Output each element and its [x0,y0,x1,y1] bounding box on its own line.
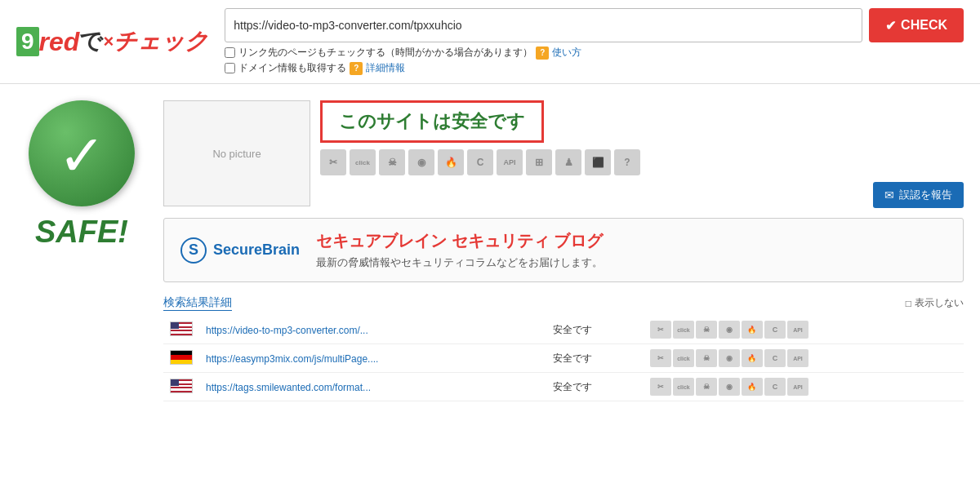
check-button[interactable]: ✔ CHECK [869,8,964,42]
mini-icon-scissors-3: ✂ [650,378,671,396]
mini-icon-click-3: click [673,378,694,396]
option1-help-icon: ? [536,47,549,60]
result-url-2[interactable]: https://easymp3mix.com/js/multiPage.... [206,353,378,365]
search-area: ✔ CHECK リンク先のページもチェックする（時間がかかる場合があります） ?… [225,8,964,75]
report-button[interactable]: ✉ 誤認を報告 [873,182,964,208]
mini-icon-scissors-2: ✂ [650,349,671,367]
flag-de-2 [170,350,193,365]
sec-icon-c: C [467,149,493,175]
sec-icon-question: ? [614,149,640,175]
option2-checkbox[interactable] [225,63,235,73]
sb-s-icon: S [180,237,207,264]
header: 9 red で × チェック ✔ CHECK リンク先のページもチェックする（時… [0,0,980,84]
safe-banner: このサイトは安全です [320,100,544,143]
safe-circle: ✓ [29,100,135,206]
logo-check-jp: チェック [114,26,208,57]
no-picture-text: No picture [212,148,261,160]
options-row: リンク先のページもチェックする（時間がかかる場合があります） ? 使い方 ドメイ… [225,46,964,75]
securebrain-logo: S SecureBrain [180,237,300,264]
mini-icons-1: ✂ click ☠ ◉ 🔥 C API [650,321,957,339]
table-row: https://video-to-mp3-converter.com/... 安… [163,316,964,344]
no-picture-box: No picture [163,100,310,206]
hide-area: □ 表示しない [906,296,964,310]
mini-icon-fire-3: 🔥 [742,378,763,396]
result-status-2: 安全です [553,352,592,364]
results-section: 検索結果詳細 □ 表示しない https://video-to-mp3-conv… [163,295,964,401]
check-icon: ✔ [885,18,896,33]
sec-icon-grid: ⊞ [526,149,552,175]
sec-icon-click: click [350,149,376,175]
mini-icon-skull-3: ☠ [696,378,717,396]
security-icons: ✂ click ☠ ◉ 🔥 C API ⊞ ♟ ⬛ ? [320,149,964,175]
result-status-3: 安全です [553,381,592,392]
option1-link[interactable]: 使い方 [552,46,581,60]
option2-help-icon: ? [350,62,363,75]
mini-icon-click-2: click [673,349,694,367]
left-panel: ✓ SAFE! [16,100,147,401]
flag-us-3 [170,379,193,393]
mini-icons-2: ✂ click ☠ ◉ 🔥 C API [650,349,957,367]
mini-icon-api-2: API [787,349,808,367]
mini-icon-circle-2: ◉ [719,349,740,367]
site-preview-area: No picture このサイトは安全です ✂ click ☠ ◉ 🔥 C AP… [163,100,964,208]
option1-line: リンク先のページもチェックする（時間がかかる場合があります） ? 使い方 [225,46,964,60]
mini-icons-3: ✂ click ☠ ◉ 🔥 C API [650,378,957,396]
mini-icon-circle-3: ◉ [719,378,740,396]
flag-us-1 [170,321,193,336]
url-input[interactable] [225,8,862,42]
option2-text: ドメイン情報も取得する [238,61,346,75]
search-row: ✔ CHECK [225,8,964,42]
check-button-label: CHECK [901,18,947,33]
result-url-3[interactable]: https://tags.smilewanted.com/format... [206,382,371,393]
sec-icon-scissors: ✂ [320,149,346,175]
sb-title: セキュアブレイン セキュリティ ブログ [316,230,603,252]
mini-icon-api-1: API [787,321,808,339]
mini-icon-c-3: C [764,378,786,396]
main-content: ✓ SAFE! No picture このサイトは安全です ✂ click ☠ … [0,84,980,418]
mini-icon-circle-1: ◉ [719,321,740,339]
sec-icon-api: API [497,149,523,175]
report-button-label: 誤認を報告 [899,188,952,202]
mini-icon-fire-1: 🔥 [742,321,763,339]
site-info-area: このサイトは安全です ✂ click ☠ ◉ 🔥 C API ⊞ ♟ ⬛ ? ✉ [320,100,964,208]
email-icon: ✉ [884,188,894,202]
option1-text: リンク先のページもチェックする（時間がかかる場合があります） [238,46,532,60]
sec-icon-skull: ☠ [379,149,405,175]
safe-checkmark-icon: ✓ [58,127,106,184]
mini-icon-scissors-1: ✂ [650,321,671,339]
mini-icon-api-3: API [787,378,808,396]
mini-icon-c-2: C [764,349,786,367]
mini-icon-skull-2: ☠ [696,349,717,367]
mini-icon-fire-2: 🔥 [742,349,763,367]
result-status-1: 安全です [553,324,592,335]
sb-text-area: セキュアブレイン セキュリティ ブログ 最新の脅威情報やセキュリティコラムなどを… [316,230,603,270]
logo-red: red [39,27,80,57]
sec-icon-box: ⬛ [585,149,611,175]
mini-icon-c-1: C [764,321,786,339]
securebrain-banner: S SecureBrain セキュアブレイン セキュリティ ブログ 最新の脅威情… [163,218,964,282]
table-row: https://easymp3mix.com/js/multiPage.... … [163,344,964,373]
option1-checkbox[interactable] [225,47,235,58]
sec-icon-person: ♟ [555,149,581,175]
logo-x: × [103,31,114,52]
results-table: https://video-to-mp3-converter.com/... 安… [163,316,964,401]
logo: 9 red で × チェック [16,26,208,57]
safe-label: SAFE! [35,215,128,250]
right-panel: No picture このサイトは安全です ✂ click ☠ ◉ 🔥 C AP… [163,100,964,401]
option2-line: ドメイン情報も取得する ? 詳細情報 [225,61,964,75]
sb-subtitle: 最新の脅威情報やセキュリティコラムなどをお届けします。 [316,255,603,270]
result-url-1[interactable]: https://video-to-mp3-converter.com/... [206,325,368,336]
logo-9: 9 [16,27,39,56]
option2-link[interactable]: 詳細情報 [366,61,405,75]
sec-icon-circle: ◉ [408,149,434,175]
hide-link[interactable]: 表示しない [915,296,964,310]
table-row: https://tags.smilewanted.com/format... 安… [163,373,964,401]
sec-icon-fire: 🔥 [438,149,464,175]
results-title-link[interactable]: 検索結果詳細 [163,295,232,311]
securebrain-name: SecureBrain [213,242,300,259]
results-header: 検索結果詳細 □ 表示しない [163,295,964,311]
mini-icon-click-1: click [673,321,694,339]
logo-de: で [79,26,103,57]
mini-icon-skull-1: ☠ [696,321,717,339]
safe-banner-text: このサイトは安全です [339,111,525,131]
